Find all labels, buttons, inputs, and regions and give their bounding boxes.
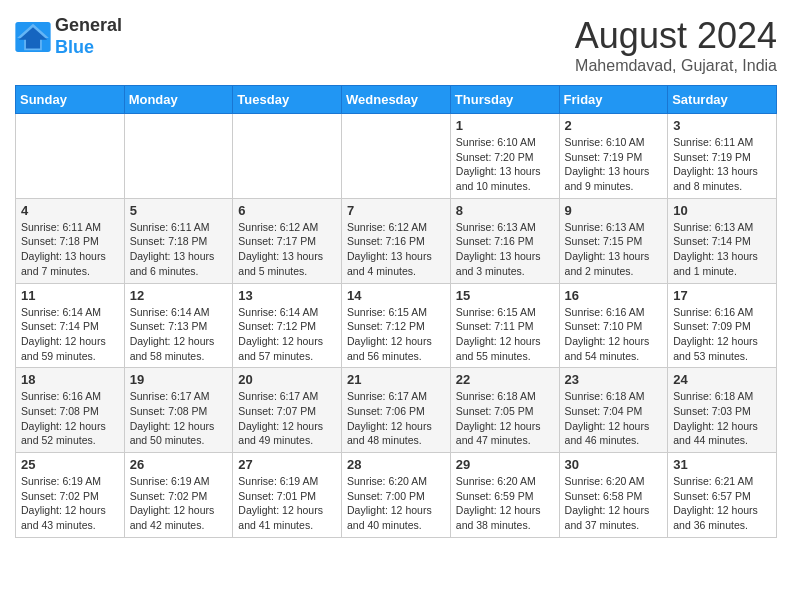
calendar-week-row: 25Sunrise: 6:19 AM Sunset: 7:02 PM Dayli…: [16, 453, 777, 538]
day-number: 4: [21, 203, 119, 218]
calendar-cell: 11Sunrise: 6:14 AM Sunset: 7:14 PM Dayli…: [16, 283, 125, 368]
day-info: Sunrise: 6:19 AM Sunset: 7:02 PM Dayligh…: [130, 474, 228, 533]
calendar-cell: 4Sunrise: 6:11 AM Sunset: 7:18 PM Daylig…: [16, 198, 125, 283]
day-number: 26: [130, 457, 228, 472]
day-number: 21: [347, 372, 445, 387]
day-number: 19: [130, 372, 228, 387]
day-info: Sunrise: 6:12 AM Sunset: 7:17 PM Dayligh…: [238, 220, 336, 279]
calendar-week-row: 1Sunrise: 6:10 AM Sunset: 7:20 PM Daylig…: [16, 114, 777, 199]
day-info: Sunrise: 6:11 AM Sunset: 7:18 PM Dayligh…: [130, 220, 228, 279]
page-header: General Blue August 2024 Mahemdavad, Guj…: [15, 15, 777, 75]
calendar-cell: 27Sunrise: 6:19 AM Sunset: 7:01 PM Dayli…: [233, 453, 342, 538]
calendar-cell: 8Sunrise: 6:13 AM Sunset: 7:16 PM Daylig…: [450, 198, 559, 283]
day-info: Sunrise: 6:20 AM Sunset: 7:00 PM Dayligh…: [347, 474, 445, 533]
calendar-cell: 6Sunrise: 6:12 AM Sunset: 7:17 PM Daylig…: [233, 198, 342, 283]
day-number: 30: [565, 457, 663, 472]
calendar-cell: 22Sunrise: 6:18 AM Sunset: 7:05 PM Dayli…: [450, 368, 559, 453]
day-number: 22: [456, 372, 554, 387]
logo-line2: Blue: [55, 37, 122, 59]
calendar-cell: 19Sunrise: 6:17 AM Sunset: 7:08 PM Dayli…: [124, 368, 233, 453]
day-info: Sunrise: 6:14 AM Sunset: 7:12 PM Dayligh…: [238, 305, 336, 364]
calendar-cell: 29Sunrise: 6:20 AM Sunset: 6:59 PM Dayli…: [450, 453, 559, 538]
day-info: Sunrise: 6:19 AM Sunset: 7:02 PM Dayligh…: [21, 474, 119, 533]
weekday-header-monday: Monday: [124, 86, 233, 114]
month-title: August 2024: [575, 15, 777, 57]
day-info: Sunrise: 6:17 AM Sunset: 7:06 PM Dayligh…: [347, 389, 445, 448]
day-number: 6: [238, 203, 336, 218]
day-info: Sunrise: 6:17 AM Sunset: 7:08 PM Dayligh…: [130, 389, 228, 448]
calendar-cell: 15Sunrise: 6:15 AM Sunset: 7:11 PM Dayli…: [450, 283, 559, 368]
calendar-cell: [233, 114, 342, 199]
calendar-cell: 2Sunrise: 6:10 AM Sunset: 7:19 PM Daylig…: [559, 114, 668, 199]
day-info: Sunrise: 6:19 AM Sunset: 7:01 PM Dayligh…: [238, 474, 336, 533]
day-info: Sunrise: 6:11 AM Sunset: 7:18 PM Dayligh…: [21, 220, 119, 279]
day-info: Sunrise: 6:12 AM Sunset: 7:16 PM Dayligh…: [347, 220, 445, 279]
calendar-cell: 31Sunrise: 6:21 AM Sunset: 6:57 PM Dayli…: [668, 453, 777, 538]
calendar-cell: 23Sunrise: 6:18 AM Sunset: 7:04 PM Dayli…: [559, 368, 668, 453]
day-info: Sunrise: 6:16 AM Sunset: 7:09 PM Dayligh…: [673, 305, 771, 364]
day-number: 25: [21, 457, 119, 472]
calendar-cell: 14Sunrise: 6:15 AM Sunset: 7:12 PM Dayli…: [342, 283, 451, 368]
calendar-cell: 30Sunrise: 6:20 AM Sunset: 6:58 PM Dayli…: [559, 453, 668, 538]
day-number: 13: [238, 288, 336, 303]
day-info: Sunrise: 6:14 AM Sunset: 7:14 PM Dayligh…: [21, 305, 119, 364]
weekday-header-friday: Friday: [559, 86, 668, 114]
calendar-week-row: 11Sunrise: 6:14 AM Sunset: 7:14 PM Dayli…: [16, 283, 777, 368]
calendar-week-row: 18Sunrise: 6:16 AM Sunset: 7:08 PM Dayli…: [16, 368, 777, 453]
weekday-header-saturday: Saturday: [668, 86, 777, 114]
day-info: Sunrise: 6:13 AM Sunset: 7:16 PM Dayligh…: [456, 220, 554, 279]
calendar-cell: 3Sunrise: 6:11 AM Sunset: 7:19 PM Daylig…: [668, 114, 777, 199]
calendar-cell: 9Sunrise: 6:13 AM Sunset: 7:15 PM Daylig…: [559, 198, 668, 283]
logo-line1: General: [55, 15, 122, 37]
day-number: 2: [565, 118, 663, 133]
calendar-cell: 17Sunrise: 6:16 AM Sunset: 7:09 PM Dayli…: [668, 283, 777, 368]
calendar-cell: 1Sunrise: 6:10 AM Sunset: 7:20 PM Daylig…: [450, 114, 559, 199]
day-info: Sunrise: 6:16 AM Sunset: 7:08 PM Dayligh…: [21, 389, 119, 448]
day-number: 7: [347, 203, 445, 218]
day-number: 17: [673, 288, 771, 303]
day-info: Sunrise: 6:10 AM Sunset: 7:20 PM Dayligh…: [456, 135, 554, 194]
day-number: 10: [673, 203, 771, 218]
day-number: 23: [565, 372, 663, 387]
day-info: Sunrise: 6:18 AM Sunset: 7:03 PM Dayligh…: [673, 389, 771, 448]
day-number: 29: [456, 457, 554, 472]
calendar-cell: [124, 114, 233, 199]
day-number: 5: [130, 203, 228, 218]
day-info: Sunrise: 6:21 AM Sunset: 6:57 PM Dayligh…: [673, 474, 771, 533]
calendar-cell: 13Sunrise: 6:14 AM Sunset: 7:12 PM Dayli…: [233, 283, 342, 368]
day-number: 18: [21, 372, 119, 387]
day-info: Sunrise: 6:18 AM Sunset: 7:04 PM Dayligh…: [565, 389, 663, 448]
day-info: Sunrise: 6:15 AM Sunset: 7:12 PM Dayligh…: [347, 305, 445, 364]
calendar-cell: 25Sunrise: 6:19 AM Sunset: 7:02 PM Dayli…: [16, 453, 125, 538]
calendar-cell: 16Sunrise: 6:16 AM Sunset: 7:10 PM Dayli…: [559, 283, 668, 368]
calendar-cell: 7Sunrise: 6:12 AM Sunset: 7:16 PM Daylig…: [342, 198, 451, 283]
calendar-week-row: 4Sunrise: 6:11 AM Sunset: 7:18 PM Daylig…: [16, 198, 777, 283]
calendar-cell: [16, 114, 125, 199]
day-number: 8: [456, 203, 554, 218]
calendar-cell: 5Sunrise: 6:11 AM Sunset: 7:18 PM Daylig…: [124, 198, 233, 283]
calendar-cell: 12Sunrise: 6:14 AM Sunset: 7:13 PM Dayli…: [124, 283, 233, 368]
day-number: 24: [673, 372, 771, 387]
logo: General Blue: [15, 15, 122, 58]
day-info: Sunrise: 6:20 AM Sunset: 6:59 PM Dayligh…: [456, 474, 554, 533]
day-info: Sunrise: 6:13 AM Sunset: 7:15 PM Dayligh…: [565, 220, 663, 279]
day-info: Sunrise: 6:16 AM Sunset: 7:10 PM Dayligh…: [565, 305, 663, 364]
weekday-header-sunday: Sunday: [16, 86, 125, 114]
day-info: Sunrise: 6:17 AM Sunset: 7:07 PM Dayligh…: [238, 389, 336, 448]
weekday-header-wednesday: Wednesday: [342, 86, 451, 114]
day-info: Sunrise: 6:10 AM Sunset: 7:19 PM Dayligh…: [565, 135, 663, 194]
day-info: Sunrise: 6:11 AM Sunset: 7:19 PM Dayligh…: [673, 135, 771, 194]
calendar-cell: 10Sunrise: 6:13 AM Sunset: 7:14 PM Dayli…: [668, 198, 777, 283]
calendar-cell: 24Sunrise: 6:18 AM Sunset: 7:03 PM Dayli…: [668, 368, 777, 453]
day-number: 11: [21, 288, 119, 303]
location-subtitle: Mahemdavad, Gujarat, India: [575, 57, 777, 75]
day-number: 3: [673, 118, 771, 133]
day-number: 9: [565, 203, 663, 218]
calendar-cell: 28Sunrise: 6:20 AM Sunset: 7:00 PM Dayli…: [342, 453, 451, 538]
logo-icon: [15, 22, 51, 52]
day-info: Sunrise: 6:20 AM Sunset: 6:58 PM Dayligh…: [565, 474, 663, 533]
day-info: Sunrise: 6:13 AM Sunset: 7:14 PM Dayligh…: [673, 220, 771, 279]
day-number: 16: [565, 288, 663, 303]
day-number: 12: [130, 288, 228, 303]
day-number: 31: [673, 457, 771, 472]
